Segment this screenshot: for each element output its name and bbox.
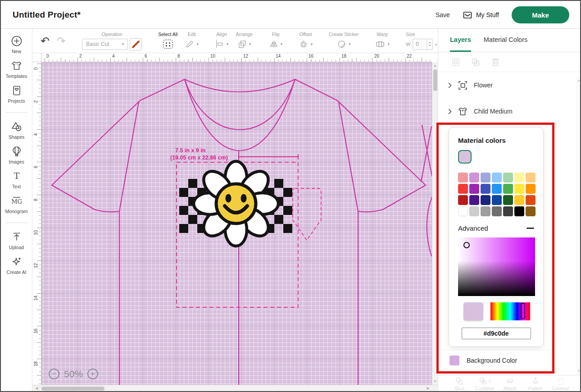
color-swatch[interactable] <box>503 195 513 205</box>
color-swatch[interactable] <box>469 195 479 205</box>
pocket-outline <box>293 188 321 240</box>
zoom-out-button[interactable]: − <box>49 369 59 379</box>
vertical-ruler: 0 2 4 6 8 10 12 14 16 18 <box>32 62 41 385</box>
color-swatch[interactable] <box>481 184 490 194</box>
color-swatch[interactable] <box>458 195 468 205</box>
color-swatch[interactable] <box>492 195 502 205</box>
collapse-advanced-button[interactable] <box>527 228 534 229</box>
layer-tools-bar: Slice ▾ Combine Attach <box>438 375 581 392</box>
color-swatch[interactable] <box>514 173 524 182</box>
flip-menu[interactable]: Flip ▾ <box>265 32 286 50</box>
color-swatch[interactable] <box>526 173 536 182</box>
color-swatch[interactable] <box>492 173 502 182</box>
create-sticker-menu[interactable]: Create Sticker ▾ <box>325 32 363 50</box>
layer-row-flower[interactable]: Flower <box>438 72 581 98</box>
width-stepper[interactable]: ▲▼ <box>427 39 432 50</box>
offset-menu[interactable]: Offset ▾ <box>295 32 316 50</box>
save-button[interactable]: Save <box>436 11 450 18</box>
color-swatch[interactable] <box>481 206 490 216</box>
layer-name: Flower <box>474 82 493 89</box>
saturation-value-picker[interactable] <box>458 237 535 296</box>
color-swatch[interactable] <box>526 184 536 194</box>
sidebar-item-create-ai[interactable]: Create AI <box>1 256 32 275</box>
color-swatch[interactable] <box>458 184 468 194</box>
flower-design[interactable] <box>194 161 278 246</box>
panel-scroll-up-arrow[interactable]: ▲ <box>576 78 581 82</box>
align-menu[interactable]: Align ▾ <box>211 32 232 50</box>
color-swatch[interactable] <box>514 184 524 194</box>
operation-select[interactable]: Basic Cut▾ <box>82 39 128 50</box>
color-swatch[interactable] <box>526 206 536 216</box>
color-swatch[interactable] <box>458 173 468 182</box>
color-swatch[interactable] <box>469 173 479 182</box>
plus-circle-icon <box>11 35 23 47</box>
color-swatch[interactable] <box>526 195 536 205</box>
layer-row-child-medium[interactable]: Child Medium <box>438 98 581 124</box>
make-button[interactable]: Make <box>512 6 569 23</box>
flip-icon <box>269 39 279 49</box>
operation-color-swatch[interactable] <box>130 38 142 50</box>
scroll-left-arrow[interactable]: ◀ <box>35 386 38 390</box>
background-color-row[interactable]: Background Color <box>438 350 556 370</box>
color-swatch[interactable] <box>514 195 524 205</box>
vertical-scroll-thumb[interactable] <box>433 69 437 91</box>
color-swatch[interactable] <box>469 206 479 216</box>
picker-cursor[interactable] <box>463 242 470 248</box>
scroll-up-arrow[interactable]: ▲ <box>432 64 438 68</box>
edit-menu[interactable]: Edit ▾ <box>181 32 202 50</box>
color-swatch[interactable] <box>469 184 479 194</box>
color-swatch[interactable] <box>481 173 490 182</box>
upload-arrow-icon <box>11 231 23 243</box>
hue-slider-handle[interactable] <box>521 303 525 319</box>
tshirt-icon <box>11 60 23 72</box>
hex-color-input[interactable] <box>462 328 531 339</box>
selected-material-color-swatch[interactable] <box>458 150 472 164</box>
warp-menu[interactable]: Warp ▾ <box>371 32 393 50</box>
scroll-down-arrow[interactable]: ▼ <box>432 379 438 383</box>
smiley-eye <box>226 194 231 203</box>
scroll-right-arrow[interactable]: ▶ <box>427 386 430 390</box>
sidebar-item-images[interactable]: Images <box>1 146 32 164</box>
my-stuff-button[interactable]: My Stuff <box>463 10 499 19</box>
width-input[interactable]: ▲▼ <box>413 39 433 50</box>
background-color-swatch[interactable] <box>449 356 459 365</box>
chevron-right-icon[interactable] <box>448 109 452 114</box>
canvas-vertical-scrollbar[interactable]: ▲ ▼ <box>432 62 438 385</box>
select-all-button[interactable]: Select All <box>154 32 181 50</box>
cricut-design-space-window: Untitled Project* Save My Stuff Make New <box>0 0 581 392</box>
color-swatch[interactable] <box>503 173 513 182</box>
sidebar-item-monogram[interactable]: MG Monogram <box>1 195 32 214</box>
sidebar-item-text[interactable]: T Text <box>1 170 32 189</box>
sidebar-item-new[interactable]: New <box>1 35 32 54</box>
color-swatch[interactable] <box>503 184 513 194</box>
hue-slider[interactable] <box>490 302 530 320</box>
color-swatch[interactable] <box>492 184 502 194</box>
panel-scrollbar[interactable]: ▲ ▼ <box>576 77 581 375</box>
tab-material-colors[interactable]: Material Colors <box>484 29 528 52</box>
canvas-horizontal-scrollbar[interactable]: ◀ ▶ <box>32 385 438 392</box>
color-swatch[interactable] <box>503 206 513 216</box>
select-similar-icon[interactable] <box>451 57 461 67</box>
arrange-menu[interactable]: Arrange ▾ <box>232 32 256 50</box>
horizontal-scroll-thumb[interactable] <box>41 387 104 391</box>
panel-scroll-down-arrow[interactable]: ▼ <box>576 369 581 373</box>
sidebar-item-upload[interactable]: Upload <box>1 231 32 250</box>
duplicate-icon[interactable] <box>471 57 481 67</box>
my-stuff-label: My Stuff <box>476 11 499 18</box>
delete-layer-icon[interactable] <box>490 57 500 67</box>
horizontal-ruler: 0 2 4 6 8 10 12 14 16 18 20 22 <box>41 53 432 62</box>
color-swatch[interactable] <box>481 195 490 205</box>
monogram-icon: MG <box>11 195 23 207</box>
color-swatch[interactable] <box>458 206 468 216</box>
sidebar-item-shapes[interactable]: Shapes <box>1 121 32 140</box>
sidebar-item-projects[interactable]: Projects <box>1 85 32 104</box>
color-swatch[interactable] <box>514 206 524 216</box>
zoom-in-button[interactable]: + <box>87 369 98 379</box>
color-swatch[interactable] <box>492 206 502 216</box>
redo-button[interactable]: ↷ <box>57 36 66 46</box>
design-canvas[interactable]: 7.5 in x 9 in (19.05 cm x 22.86 cm) <box>41 62 432 385</box>
sidebar-item-templates[interactable]: Templates <box>1 60 32 79</box>
undo-button[interactable]: ↶ <box>41 36 50 46</box>
tab-layers[interactable]: Layers <box>450 29 471 52</box>
chevron-right-icon[interactable] <box>448 82 452 88</box>
